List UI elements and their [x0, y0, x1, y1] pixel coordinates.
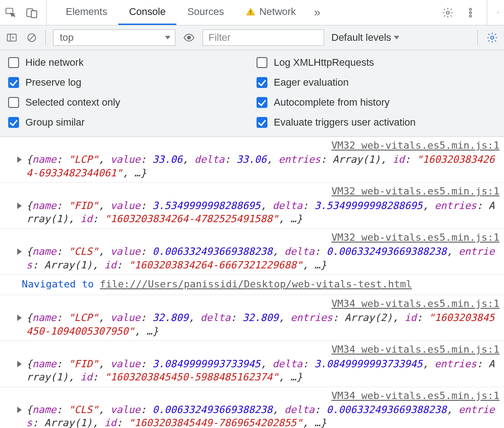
svg-point-12 [188, 36, 191, 39]
chk-selected-context[interactable]: Selected context only [8, 97, 247, 108]
object-row: {name: "LCP", value: 33.06, delta: 33.06… [5, 153, 499, 180]
clear-console-icon[interactable] [25, 31, 38, 44]
device-toolbar-icon[interactable] [25, 6, 38, 19]
tabs-overflow[interactable]: » [307, 0, 328, 25]
execution-context-select[interactable]: top [53, 29, 175, 46]
checkbox-label: Selected context only [25, 97, 120, 108]
tab-elements[interactable]: Elements [55, 0, 118, 25]
svg-point-8 [470, 11, 471, 13]
expand-triangle-icon[interactable] [17, 203, 22, 209]
expand-triangle-icon[interactable] [17, 361, 22, 367]
context-value: top [60, 32, 74, 44]
svg-point-7 [470, 8, 471, 10]
checkbox-icon [8, 117, 19, 128]
chk-log-xhr[interactable]: Log XMLHttpRequests [257, 57, 496, 68]
separator [45, 30, 46, 45]
panel-tabs: Elements Console Sources Network » [55, 0, 328, 25]
svg-rect-10 [7, 34, 16, 41]
expand-triangle-icon[interactable] [17, 156, 22, 163]
console-log-entry: VM32 web-vitals.es5.min.js:1{name: "CLS"… [0, 229, 504, 275]
checkbox-icon [8, 57, 19, 68]
logged-object[interactable]: {name: "LCP", value: 33.06, delta: 33.06… [26, 153, 499, 180]
log-levels-select[interactable]: Default levels [331, 32, 399, 44]
tabbar-left-icons [5, 0, 47, 25]
tab-label: Network [259, 6, 296, 18]
logged-object[interactable]: {name: "FID", value: 3.0849999993733945,… [26, 357, 499, 384]
checkbox-label: Autocomplete from history [274, 97, 390, 108]
live-expression-eye-icon[interactable] [183, 31, 195, 44]
checkbox-icon [257, 117, 267, 128]
svg-rect-4 [250, 10, 251, 13]
separator [477, 30, 478, 45]
close-devtools-icon[interactable] [487, 0, 499, 25]
tab-sources[interactable]: Sources [176, 0, 235, 25]
chk-preserve-log[interactable]: Preserve log [8, 77, 247, 88]
tab-console[interactable]: Console [118, 0, 177, 25]
tabbar-right-icons [432, 0, 499, 25]
object-row: {name: "CLS", value: 0.00633249366938823… [5, 403, 499, 428]
svg-point-13 [491, 36, 494, 39]
inspect-element-icon[interactable] [5, 6, 17, 19]
checkbox-label: Group similar [25, 117, 85, 128]
checkbox-label: Eager evaluation [274, 77, 349, 88]
source-link[interactable]: VM32 web-vitals.es5.min.js:1 [5, 139, 499, 152]
console-toolbar: top Default levels [0, 25, 504, 50]
logged-object[interactable]: {name: "CLS", value: 0.00633249366938823… [26, 245, 499, 272]
console-settings-gear-icon[interactable] [486, 31, 499, 44]
devtools-tabbar: Elements Console Sources Network » [0, 0, 504, 25]
chevron-double-right-icon: » [314, 5, 320, 19]
chk-group-similar[interactable]: Group similar [8, 117, 247, 128]
source-link[interactable]: VM32 web-vitals.es5.min.js:1 [5, 185, 499, 198]
svg-rect-0 [6, 8, 13, 14]
object-row: {name: "CLS", value: 0.00633249366938823… [5, 245, 499, 272]
expand-triangle-icon[interactable] [17, 407, 22, 413]
chk-autocomplete-history[interactable]: Autocomplete from history [257, 97, 496, 108]
tab-label: Sources [187, 6, 224, 18]
checkbox-label: Log XMLHttpRequests [274, 57, 374, 68]
svg-point-6 [446, 11, 450, 14]
console-log-entry: VM34 web-vitals.es5.min.js:1{name: "CLS"… [0, 387, 504, 428]
chevron-down-icon [165, 36, 170, 39]
console-settings-panel: Hide network Log XMLHttpRequests Preserv… [0, 50, 504, 137]
more-menu-icon[interactable] [464, 6, 477, 19]
checkbox-icon [257, 97, 267, 108]
levels-label: Default levels [331, 32, 391, 44]
console-log-entry: VM32 web-vitals.es5.min.js:1{name: "FID"… [0, 183, 504, 229]
source-link[interactable]: VM34 web-vitals.es5.min.js:1 [5, 297, 499, 310]
object-row: {name: "FID", value: 3.0849999993733945,… [5, 357, 499, 384]
checkbox-icon [8, 77, 19, 88]
checkbox-label: Hide network [25, 57, 83, 68]
expand-triangle-icon[interactable] [17, 315, 22, 321]
source-link[interactable]: VM34 web-vitals.es5.min.js:1 [5, 343, 499, 356]
logged-object[interactable]: {name: "CLS", value: 0.00633249366938823… [26, 403, 499, 428]
nav-url[interactable]: file:///Users/panissidi/Desktop/web-vita… [100, 278, 412, 290]
source-link[interactable]: VM34 web-vitals.es5.min.js:1 [5, 389, 499, 402]
logged-object[interactable]: {name: "FID", value: 3.5349999998288695,… [26, 199, 499, 226]
console-output: VM32 web-vitals.es5.min.js:1{name: "LCP"… [0, 137, 504, 428]
settings-gear-icon[interactable] [441, 6, 454, 19]
chk-hide-network[interactable]: Hide network [8, 57, 247, 68]
nav-label: Navigated to [22, 278, 100, 290]
warning-icon [246, 7, 256, 17]
tab-label: Console [129, 6, 166, 18]
tab-network[interactable]: Network [235, 0, 307, 25]
navigation-message: Navigated to file:///Users/panissidi/Des… [0, 275, 504, 295]
chk-eval-user-activation[interactable]: Evaluate triggers user activation [257, 117, 496, 128]
chk-eager-eval[interactable]: Eager evaluation [257, 77, 496, 88]
console-log-entry: VM34 web-vitals.es5.min.js:1{name: "FID"… [0, 341, 504, 387]
checkbox-icon [8, 97, 19, 108]
expand-triangle-icon[interactable] [17, 248, 22, 255]
logged-object[interactable]: {name: "LCP", value: 32.809, delta: 32.8… [26, 311, 499, 338]
checkbox-icon [257, 57, 267, 68]
object-row: {name: "FID", value: 3.5349999998288695,… [5, 199, 499, 226]
console-log-entry: VM32 web-vitals.es5.min.js:1{name: "LCP"… [0, 137, 504, 183]
checkbox-label: Evaluate triggers user activation [274, 117, 416, 128]
tab-label: Elements [66, 6, 107, 18]
object-row: {name: "LCP", value: 32.809, delta: 32.8… [5, 311, 499, 338]
toggle-sidebar-icon[interactable] [5, 31, 18, 44]
checkbox-label: Preserve log [25, 77, 82, 88]
svg-rect-2 [31, 10, 37, 17]
chevron-down-icon [394, 36, 399, 39]
filter-input[interactable] [203, 29, 324, 46]
source-link[interactable]: VM32 web-vitals.es5.min.js:1 [5, 231, 499, 244]
